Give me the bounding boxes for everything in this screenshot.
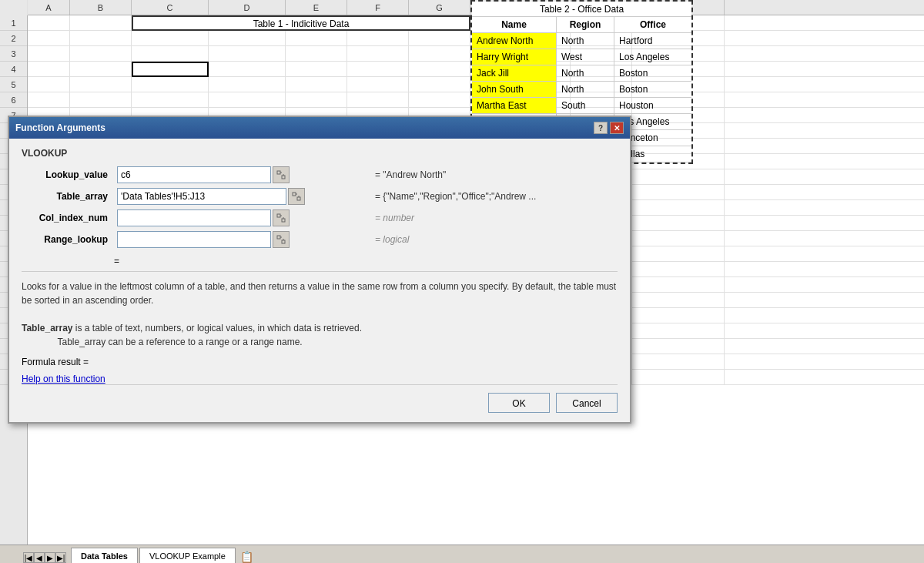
lookup-value-range-btn[interactable] — [273, 166, 290, 183]
table2-row-2: Jack JillNorthBoston — [472, 65, 691, 82]
range-lookup-input[interactable] — [117, 231, 271, 248]
table1-header: Table 1 - Indicitive Data — [132, 15, 470, 31]
row-num-2: 2 — [0, 31, 27, 46]
table2-col-office: Office — [614, 17, 691, 32]
col-header-d: D — [209, 0, 286, 15]
row-num-4: 4 — [0, 62, 27, 77]
table-array-result: = {"Name","Region","Office";"Andrew ... — [369, 191, 618, 202]
table2-col-name: Name — [472, 17, 557, 32]
range-lookup-result: = logical — [369, 234, 618, 245]
tab-bar: |◀ ◀ ▶ ▶| Data Tables VLOOKUP Example 📋 — [0, 545, 924, 563]
dialog-desc-main: Looks for a value in the leftmost column… — [22, 281, 616, 306]
table2-name-0: Andrew North — [472, 33, 557, 49]
svg-rect-8 — [277, 214, 280, 217]
formula-result-label: Formula result = — [22, 357, 89, 367]
col-header-a: A — [28, 0, 70, 15]
dialog-desc-arg-text: is a table of text, numbers, or logical … — [22, 323, 362, 347]
table2-office-2: Boston — [614, 65, 691, 81]
dialog-help-footer: Formula result = — [22, 357, 618, 367]
tab-next-btn[interactable]: ▶ — [45, 552, 55, 563]
table2-region-1: West — [557, 49, 614, 65]
col-index-range-btn[interactable] — [273, 209, 290, 226]
col-header-g: G — [409, 0, 470, 15]
tab-first-btn[interactable]: |◀ — [23, 552, 34, 563]
table2-region-0: North — [557, 33, 614, 49]
svg-rect-9 — [282, 219, 285, 222]
table2-region-3: North — [557, 82, 614, 97]
col-header-f: F — [347, 0, 409, 15]
arg-input-wrap-range-lookup — [117, 231, 366, 248]
table2-row-4: Martha EastSouthHouston — [472, 98, 691, 114]
table2-col-region: Region — [557, 17, 614, 32]
close-titlebar-button[interactable]: ✕ — [610, 122, 624, 134]
arg-label-lookup-value: Lookup_value — [22, 169, 114, 180]
row-num-1: 1 — [0, 15, 27, 31]
svg-rect-13 — [282, 240, 285, 243]
dialog-body: VLOOKUP Lookup_value = "Andrew North" Ta… — [9, 139, 630, 422]
arg-table: Lookup_value = "Andrew North" Table_arra… — [22, 166, 618, 248]
tab-data-tables[interactable]: Data Tables — [71, 548, 138, 563]
dialog-help-link-area: Help on this function — [22, 374, 618, 384]
corner-cell — [0, 0, 28, 15]
table2-row-1: Harry WrightWestLos Angeles — [472, 49, 691, 65]
cancel-button[interactable]: Cancel — [556, 393, 618, 413]
table2-name-4: Martha East — [472, 98, 557, 113]
lookup-value-input[interactable] — [117, 166, 271, 183]
table2-title: Table 2 - Office Data — [472, 2, 691, 17]
equals-result: = — [22, 256, 618, 266]
dialog-titlebar-buttons: ? ✕ — [594, 122, 624, 134]
lookup-value-result: = "Andrew North" — [369, 169, 618, 180]
function-name: VLOOKUP — [22, 148, 618, 159]
col-index-result: = number — [369, 213, 618, 223]
arg-label-col-index: Col_index_num — [22, 213, 114, 223]
help-titlebar-button[interactable]: ? — [594, 122, 608, 134]
insert-sheet-btn[interactable]: 📋 — [240, 551, 253, 563]
function-arguments-dialog: Function Arguments ? ✕ VLOOKUP Lookup_va… — [8, 116, 631, 424]
formula-result: Formula result = — [22, 357, 89, 367]
dialog-title: Function Arguments — [15, 122, 105, 133]
table2-name-1: Harry Wright — [472, 49, 557, 65]
table2-region-2: North — [557, 65, 614, 81]
arg-input-wrap-table-array — [117, 188, 366, 205]
table2-office-0: Hartford — [614, 33, 691, 49]
arg-label-table-array: Table_array — [22, 191, 114, 202]
tab-last-btn[interactable]: ▶| — [55, 552, 66, 563]
dialog-titlebar: Function Arguments ? ✕ — [9, 117, 630, 139]
col-header-e: E — [286, 0, 347, 15]
arg-label-range-lookup: Range_lookup — [22, 234, 114, 245]
row-num-6: 6 — [0, 92, 27, 108]
range-lookup-range-btn[interactable] — [273, 231, 290, 248]
row-num-5: 5 — [0, 77, 27, 92]
table2-row-3: John SouthNorthBoston — [472, 82, 691, 98]
svg-rect-1 — [282, 176, 285, 179]
table-array-input[interactable] — [117, 188, 286, 205]
arg-input-wrap-lookup-value — [117, 166, 366, 183]
table2-region-4: South — [557, 98, 614, 113]
col-header-c: C — [132, 0, 209, 15]
table-array-range-btn[interactable] — [288, 188, 305, 205]
svg-rect-4 — [293, 193, 296, 196]
table2-office-4: Houston — [614, 98, 691, 113]
table2-name-2: Jack Jill — [472, 65, 557, 81]
dialog-footer: OK Cancel — [22, 384, 618, 413]
ok-button[interactable]: OK — [488, 393, 550, 413]
table2-office-3: Boston — [614, 82, 691, 97]
svg-rect-12 — [277, 236, 280, 239]
tab-nav: |◀ ◀ ▶ ▶| — [23, 552, 66, 563]
spreadsheet: A B C D E F G H I J 1 2 3 4 5 6 7 8 9 10… — [0, 0, 924, 563]
tab-vlookup-example[interactable]: VLOOKUP Example — [139, 548, 236, 563]
svg-rect-5 — [297, 197, 300, 200]
table2-name-3: John South — [472, 82, 557, 97]
arg-input-wrap-col-index — [117, 209, 366, 226]
help-link[interactable]: Help on this function — [22, 374, 105, 384]
dialog-desc-arg-name: Table_array — [22, 323, 73, 333]
row-num-3: 3 — [0, 46, 27, 62]
dialog-description: Looks for a value in the leftmost column… — [22, 271, 618, 349]
table2-office-1: Los Angeles — [614, 49, 691, 65]
col-index-input[interactable] — [117, 209, 271, 226]
tab-prev-btn[interactable]: ◀ — [34, 552, 45, 563]
col-header-b: B — [70, 0, 132, 15]
table2-header-row: Name Region Office — [472, 17, 691, 33]
column-headers: A B C D E F G H I J — [0, 0, 924, 15]
table2-row-0: Andrew NorthNorthHartford — [472, 33, 691, 49]
